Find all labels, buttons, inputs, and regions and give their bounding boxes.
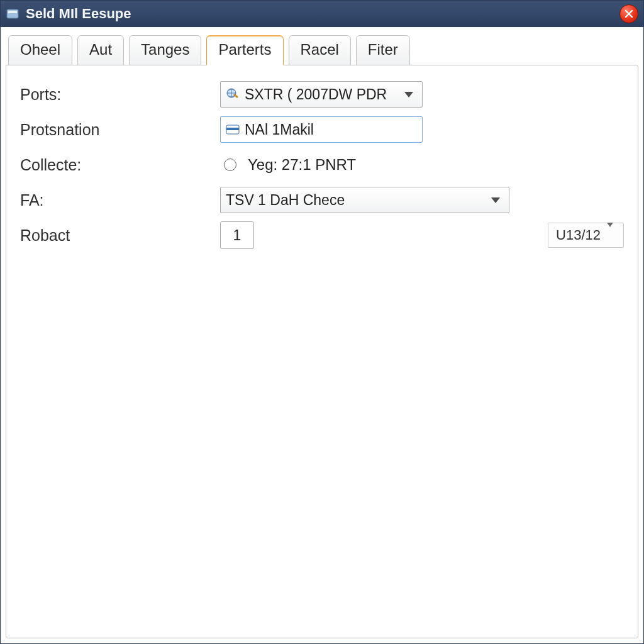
svg-rect-5	[226, 128, 239, 130]
dialog-window: Seld MIl Eesupe Oheel Aut Tanges Partert…	[0, 0, 644, 644]
chevron-down-icon	[487, 197, 504, 203]
ports-value: SXTR ( 2007DW PDR	[245, 86, 401, 103]
row-fa: FA: TSV 1 DaH Chece	[20, 182, 624, 218]
protsnation-value: NAl 1Makil	[245, 121, 314, 138]
tab-oheel[interactable]: Oheel	[8, 35, 72, 65]
row-robact: Robact 1 U13/12	[20, 218, 624, 253]
fa-combobox[interactable]: TSV 1 DaH Chece	[220, 187, 509, 213]
titlebar: Seld MIl Eesupe	[1, 1, 643, 27]
robact-unit-combobox[interactable]: U13/12	[548, 223, 624, 248]
close-button[interactable]	[619, 4, 638, 23]
chevron-down-icon	[607, 227, 618, 243]
card-icon	[226, 124, 240, 135]
app-icon	[4, 6, 21, 22]
svg-rect-1	[8, 11, 17, 13]
protsnation-field[interactable]: NAl 1Makil	[220, 116, 423, 143]
globe-wrench-icon	[226, 87, 240, 101]
label-ports: Ports:	[20, 86, 220, 104]
label-robact: Robact	[20, 226, 220, 245]
label-collecte: Collecte:	[20, 156, 220, 174]
label-protsnation: Protsnation	[20, 121, 220, 139]
row-protsnation: Protsnation NAl 1Makil	[20, 112, 624, 147]
chevron-down-icon	[401, 92, 417, 97]
collecte-radio[interactable]	[224, 158, 236, 171]
window-title: Seld MIl Eesupe	[26, 6, 619, 22]
ports-combobox[interactable]: SXTR ( 2007DW PDR	[220, 81, 423, 108]
robact-count-input[interactable]: 1	[220, 221, 254, 249]
collecte-radio-label: Yeg: 27:1 PNRT	[248, 156, 356, 174]
robact-unit-value: U13/12	[556, 227, 601, 243]
tab-aut[interactable]: Aut	[77, 35, 124, 65]
tab-fiter[interactable]: Fiter	[356, 35, 410, 65]
robact-count-value: 1	[233, 227, 242, 244]
row-collecte: Collecte: Yeg: 27:1 PNRT	[20, 147, 624, 182]
close-icon	[625, 9, 633, 18]
tab-parterts[interactable]: Parterts	[206, 35, 283, 65]
label-fa: FA:	[20, 191, 220, 209]
tabstrip: Oheel Aut Tanges Parterts Racel Fiter	[6, 35, 638, 65]
fa-value: TSV 1 DaH Chece	[226, 192, 487, 209]
row-ports: Ports: SXTR ( 2007DW PDR	[20, 77, 624, 112]
tab-tanges[interactable]: Tanges	[129, 35, 201, 65]
tab-racel[interactable]: Racel	[289, 35, 351, 65]
client-area: Oheel Aut Tanges Parterts Racel Fiter Po…	[1, 27, 643, 643]
tab-panel-parterts: Ports: SXTR ( 2007DW PDR	[6, 65, 638, 638]
